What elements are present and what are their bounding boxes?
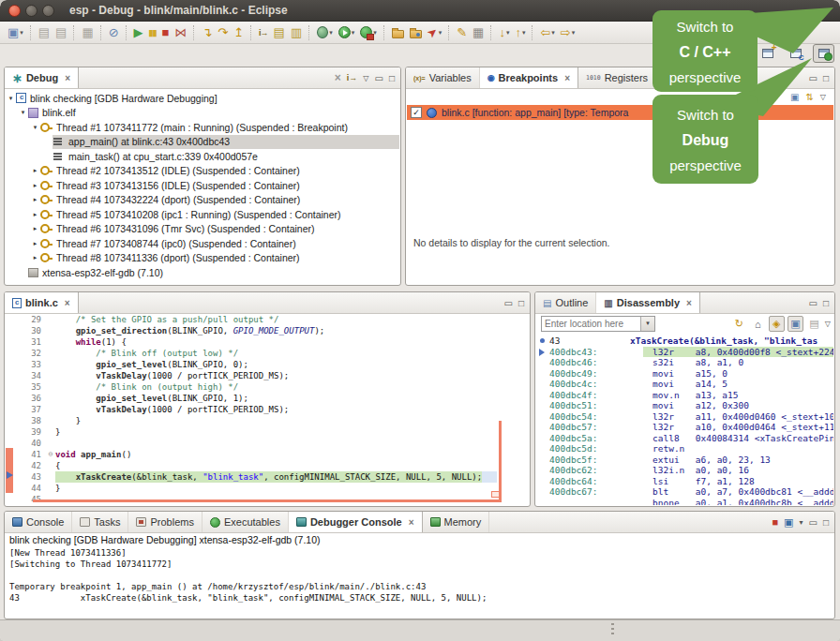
tab-variables[interactable]: (x)= Variables [406,67,480,88]
use-step-filters-icon[interactable]: ▤ [272,23,287,42]
remove-terminated-icon[interactable]: × [335,71,341,84]
step-over-icon[interactable]: ↷ [216,23,230,42]
open-project-icon[interactable] [408,23,424,42]
tree-caret-icon[interactable]: ▾ [18,109,28,116]
refresh-icon[interactable]: ↻ [731,316,747,332]
tab-disassembly[interactable]: ▥ Disassembly × [596,292,700,313]
tab-close-icon[interactable]: × [65,73,70,83]
disassembly-row[interactable]: 400dbc54:l32r a11, 0x400d0460 <_stext+10… [536,411,833,423]
tree-caret-icon[interactable]: ▸ [30,196,40,203]
flash-device-icon[interactable]: ➤▾ [426,23,443,42]
debug-perspective-button[interactable] [813,44,834,63]
last-edit-location-icon[interactable]: ↓▾ [497,23,511,42]
disassembly-row[interactable]: 400dbc5f:extui a6, a0, 23, 13 [536,455,833,466]
tree-caret-icon[interactable]: ▸ [30,225,40,232]
close-icon[interactable] [8,5,21,17]
debug-tree-row[interactable]: ▸Thread #3 1073413156 (IDLE) (Suspended … [6,178,399,193]
binary-icon[interactable]: ▦ [471,23,486,42]
home-icon[interactable]: ⌂ [750,316,766,332]
debug-tree-row[interactable]: ▸Thread #4 1073432224 (dport) (Suspended… [6,193,399,208]
tree-caret-icon[interactable]: ▸ [30,240,40,247]
tab-executables[interactable]: Executables [202,512,289,532]
back-icon[interactable]: ⇦▾ [538,23,556,42]
debug-tree-row[interactable]: ▾blink checking [GDB Hardware Debugging] [6,91,399,106]
disassembly-code-area[interactable]: 43xTaskCreate(&blink_task, "blink_tas400… [536,335,833,505]
view-menu-icon[interactable]: ▽ [820,93,826,101]
debug-tree-row[interactable]: app_main() at blink.c:43 0x400dbc43 [6,135,399,150]
disassembly-row[interactable]: 400dbc51:movi a12, 0x300 [536,400,833,411]
tree-caret-icon[interactable]: ▸ [30,182,40,189]
tree-caret-icon[interactable]: ▸ [30,254,40,261]
import-export-breakpoints-icon[interactable]: ⇅ [805,92,813,102]
c-cpp-perspective-button[interactable] [785,44,806,63]
debug-tree[interactable]: ▾blink checking [GDB Hardware Debugging]… [6,89,399,284]
new-view-icon[interactable]: ▤ [806,316,822,332]
breakpoint-row[interactable]: ✓ blink.c [function: app_main] [type: Te… [407,105,833,120]
tab-debug[interactable]: ∗ Debug × [5,67,79,88]
console-output[interactable]: blink checking [GDB Hardware Debugging] … [6,533,833,618]
save-icon[interactable]: ▤ [37,23,52,42]
tree-caret-icon[interactable]: ▸ [30,167,40,174]
tab-outline[interactable]: ▤ Outline [535,292,596,313]
disassembly-row[interactable]: bnone a0, a1, 0x400dbc8b <__adddf3 [536,498,833,506]
tree-caret-icon[interactable]: ▸ [30,211,40,218]
disassembly-row[interactable]: 400dbc46:s32i a8, a1, 0 [536,357,833,368]
sash-handle[interactable] [611,623,614,636]
maximize-view-icon[interactable]: □ [823,73,829,83]
debug-launch-icon[interactable]: ▾ [315,23,335,42]
show-source-icon[interactable]: ▣ [788,316,803,332]
resume-icon[interactable]: ▶ [132,23,145,42]
drop-to-frame-icon[interactable]: ▥ [289,23,304,42]
debug-tree-row[interactable]: ▾blink.elf [6,106,399,121]
step-return-icon[interactable]: ↥ [232,23,246,42]
disassembly-row[interactable]: 400dbc5a:call8 0x40084314 <xTaskCreatePi… [536,433,833,444]
new-wizard-icon[interactable]: ▣▾ [6,23,25,42]
tab-blink-c[interactable]: blink.c × [5,292,79,313]
debug-tree-row[interactable]: ▾Thread #1 1073411772 (main : Running) (… [6,120,399,135]
debug-tree-row[interactable]: ▸Thread #7 1073408744 (ipc0) (Suspended … [6,236,399,251]
disconnect-icon[interactable]: ⋈ [172,23,188,42]
minimize-icon[interactable] [25,5,38,17]
breakpoint-checkbox[interactable]: ✓ [411,107,422,118]
minimize-view-icon[interactable]: ▭ [809,73,818,83]
external-tools-icon[interactable]: ▾ [358,23,379,42]
save-all-icon[interactable]: ▤ [53,23,68,42]
location-input[interactable] [542,317,640,331]
console-dropdown-icon[interactable]: ▾ [799,518,802,527]
suspend-icon[interactable]: ▮▮ [147,23,158,42]
step-into-icon[interactable]: ↴ [200,23,214,42]
skip-all-breakpoints-icon[interactable]: ⊘ [107,23,121,42]
debug-tree-row[interactable]: ▸Thread #2 1073413512 (IDLE) (Suspended … [6,164,399,179]
minimize-view-icon[interactable]: ▭ [809,298,818,308]
debug-tree-row[interactable]: xtensa-esp32-elf-gdb (7.10) [6,265,399,280]
tab-close-icon[interactable]: × [686,298,692,308]
maximize-view-icon[interactable]: □ [823,298,829,308]
debug-tree-row[interactable]: ▸Thread #6 1073431096 (Tmr Svc) (Suspend… [6,222,399,237]
forward-icon[interactable]: ⇨▾ [559,23,577,42]
tab-memory[interactable]: Memory [423,512,490,532]
debug-tree-row[interactable]: ▸Thread #5 1073410208 (ipc1 : Running) (… [6,207,399,222]
maximize-view-icon[interactable]: □ [389,73,395,83]
tab-registers[interactable]: 1010 Registers [578,67,656,88]
combo-dropdown-icon[interactable]: ▼ [640,317,654,331]
disassembly-row[interactable]: 400dbc64:lsi f7, a1, 128 [536,476,833,487]
minimize-view-icon[interactable]: ▭ [504,298,513,308]
tab-close-icon[interactable]: × [409,517,414,528]
disassembly-row[interactable]: 400dbc49:movi a15, 0 [536,368,833,380]
tab-debugger-console[interactable]: Debugger Console × [289,512,423,532]
new-project-icon[interactable] [390,23,406,42]
sync-with-context-icon[interactable]: ◈ [769,316,785,332]
maximize-icon[interactable] [42,5,54,17]
maximize-view-icon[interactable]: □ [823,517,829,528]
disassembly-row[interactable]: 400dbc43:l32r a8, 0x400d00f8 <_stext+224… [536,347,833,358]
paintbrush-icon[interactable]: ✎ [455,23,469,42]
instruction-stepping-toggle-icon[interactable]: i→ [347,73,358,82]
run-launch-icon[interactable]: ▾ [337,23,357,42]
tab-close-icon[interactable]: × [564,73,570,83]
tree-caret-icon[interactable]: ▾ [30,124,40,131]
debug-tree-row[interactable]: ▸Thread #8 1073411336 (dport) (Suspended… [6,251,399,266]
open-perspective-button[interactable] [757,44,778,63]
tab-tasks[interactable]: Tasks [72,512,128,532]
tab-console[interactable]: Console [5,512,72,532]
terminate-console-icon[interactable]: ■ [772,516,778,528]
